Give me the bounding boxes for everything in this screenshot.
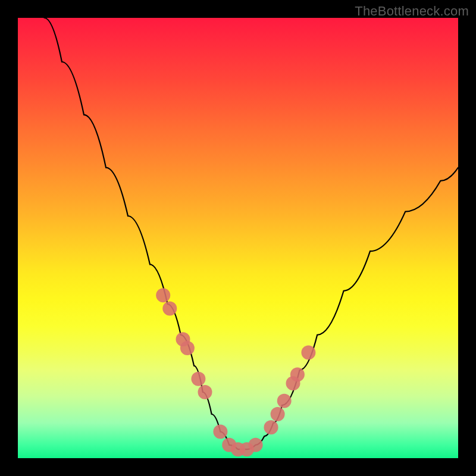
watermark-label: TheBottleneck.com xyxy=(355,4,469,19)
bottleneck-curve xyxy=(44,18,458,449)
highlight-dot xyxy=(301,345,315,359)
chart-frame: TheBottleneck.com xyxy=(0,0,476,476)
highlight-dots-group xyxy=(156,288,315,456)
highlight-dot xyxy=(191,372,205,386)
highlight-dot xyxy=(180,341,195,355)
highlight-dot xyxy=(198,385,212,399)
highlight-dot xyxy=(162,301,177,315)
highlight-dot xyxy=(264,420,278,434)
highlight-dot xyxy=(271,407,285,421)
plot-area xyxy=(18,18,458,458)
highlight-dot xyxy=(277,394,292,408)
highlight-dot xyxy=(156,288,170,302)
highlight-dot xyxy=(213,425,227,439)
curve-svg xyxy=(18,18,458,458)
highlight-dot xyxy=(249,438,263,452)
highlight-dot xyxy=(290,367,305,381)
